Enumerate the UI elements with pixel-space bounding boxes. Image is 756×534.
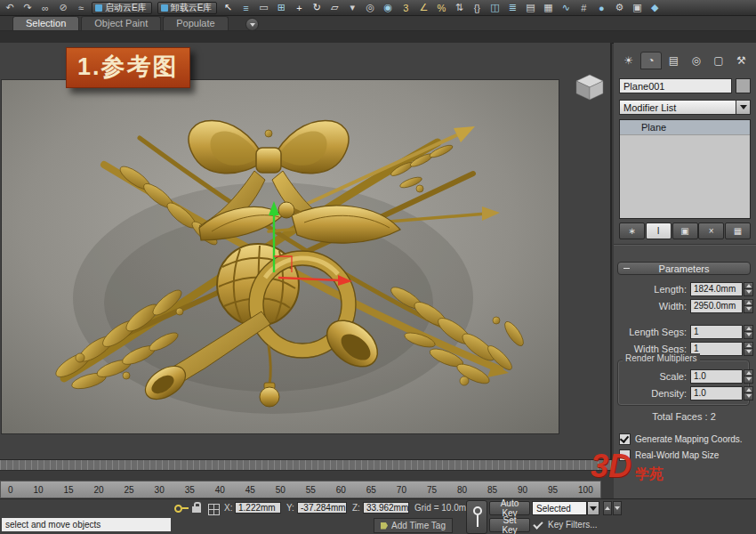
spinner-snap-icon[interactable]: ⇅ [451, 1, 467, 14]
x-coordinate-field[interactable]: 1.222mm [235, 502, 281, 514]
tab-object-paint[interactable]: Object Paint [81, 16, 161, 30]
add-time-tag-button[interactable]: Add Time Tag [374, 518, 453, 533]
rendered-frame-icon[interactable]: ▣ [629, 1, 645, 14]
curve-editor-icon[interactable]: ∿ [558, 1, 574, 14]
edit-selection-sets-icon[interactable]: {} [469, 1, 485, 14]
render-setup-icon[interactable]: ⚙ [611, 1, 627, 14]
cloud-icon [161, 4, 168, 12]
timeline-label: 80 [457, 485, 467, 495]
scale-spinner[interactable] [744, 369, 753, 384]
material-editor-icon[interactable]: ● [593, 1, 609, 14]
timeline-ruler[interactable]: 0101520253035404550556065707580859095100 [0, 481, 601, 498]
motion-tab[interactable]: ◎ [686, 52, 706, 69]
z-label: Z: [352, 503, 360, 513]
panel-separator [614, 244, 756, 245]
modify-tab[interactable]: ◔ [640, 52, 661, 69]
select-object-icon[interactable]: ↖ [220, 1, 236, 14]
density-spinner[interactable] [744, 386, 753, 400]
rectangular-selection-region-icon[interactable]: ▭ [255, 1, 271, 14]
select-by-name-icon[interactable]: ≡ [237, 1, 253, 14]
pin-stack-button[interactable]: ∗ [619, 222, 645, 239]
length-segs-spinner[interactable] [744, 325, 753, 339]
width-spinner[interactable] [744, 299, 753, 313]
create-tab[interactable]: ☀ [618, 52, 639, 69]
reference-coordinate-icon[interactable]: ▾ [344, 1, 360, 14]
width-field[interactable]: 2950.0mm [690, 299, 743, 313]
command-panel-tabs: ☀◔▤◎▢⚒ [618, 52, 752, 69]
keyboard-override-icon[interactable] [174, 505, 189, 512]
unload-cloud-library-button[interactable]: 卸载云E库 [157, 2, 218, 14]
auto-key-button[interactable]: Auto Key [489, 501, 530, 515]
select-and-rotate-icon[interactable]: ↻ [309, 1, 325, 14]
select-and-scale-icon[interactable]: ▱ [326, 1, 342, 14]
tab-populate[interactable]: Populate [163, 16, 228, 30]
modifier-stack-item[interactable]: Plane [620, 120, 750, 135]
make-unique-button[interactable]: ▣ [672, 222, 698, 239]
object-name-field[interactable]: Plane001 [619, 78, 732, 93]
ribbon-tab-bar: SelectionObject PaintPopulate [0, 16, 756, 31]
gold-ornament-image [2, 80, 559, 433]
density-field[interactable]: 1.0 [690, 386, 743, 400]
length-spinner[interactable] [744, 282, 753, 296]
use-pivot-center-icon[interactable]: ◎ [362, 1, 378, 14]
real-world-map-checkbox[interactable] [619, 449, 631, 461]
mirror-icon[interactable]: ◫ [487, 1, 503, 14]
set-key-button[interactable]: Set Key [489, 518, 530, 532]
select-and-manipulate-icon[interactable]: ◉ [380, 1, 396, 14]
key-filters-button[interactable]: Key Filters... [548, 520, 598, 530]
modifier-stack: Plane [619, 119, 751, 219]
modifier-list-label: Modifier List [619, 100, 736, 115]
mini-spinner-down-button[interactable] [613, 501, 622, 515]
hierarchy-tab[interactable]: ▤ [664, 52, 684, 69]
unlink-selection-icon[interactable]: ⊘ [55, 1, 71, 14]
object-color-swatch[interactable] [736, 78, 751, 93]
parameters-rollout-header[interactable]: Parameters [617, 262, 751, 275]
y-coordinate-field[interactable]: -37.284mm [297, 502, 347, 514]
length-field[interactable]: 1824.0mm [690, 282, 743, 296]
tab-selection[interactable]: Selection [12, 16, 79, 30]
ribbon-collapsed-strip [0, 31, 756, 44]
z-coordinate-field[interactable]: 33.962mm [363, 502, 409, 514]
render-production-icon[interactable]: ◆ [647, 1, 663, 14]
timeline-label: 20 [94, 485, 104, 495]
dropdown-arrow-icon[interactable] [587, 501, 599, 515]
display-tab[interactable]: ▢ [708, 52, 728, 69]
align-icon[interactable]: ≣ [504, 1, 520, 14]
dropdown-arrow-icon[interactable] [736, 100, 751, 115]
select-and-link-icon[interactable]: ∞ [37, 1, 53, 14]
time-tag-icon [381, 522, 388, 530]
generate-mapping-checkbox[interactable] [619, 433, 631, 445]
perspective-viewport[interactable]: 1.参考图 [0, 43, 612, 459]
undo-icon[interactable]: ↶ [2, 1, 18, 14]
selection-lock-icon[interactable] [192, 506, 201, 513]
generate-mapping-label: Generate Mapping Coords. [635, 434, 743, 444]
width-segs-spinner[interactable] [744, 342, 753, 356]
angle-snap-icon[interactable]: ∠ [415, 1, 431, 14]
ribbon-toggle-icon[interactable]: ▦ [540, 1, 556, 14]
remove-modifier-button[interactable]: × [698, 222, 724, 239]
layer-manager-icon[interactable]: ▤ [522, 1, 538, 14]
bind-to-space-warp-icon[interactable]: ≈ [73, 1, 89, 14]
ribbon-menu-button[interactable] [245, 18, 259, 31]
selected-track-set-dropdown[interactable]: Selected [532, 501, 587, 515]
timeline-label: 65 [366, 485, 376, 495]
show-end-result-button[interactable]: I [646, 222, 672, 239]
select-and-move-icon[interactable]: + [291, 1, 307, 14]
schematic-view-icon[interactable]: # [575, 1, 591, 14]
window-crossing-icon[interactable]: ⊞ [273, 1, 289, 14]
length-segs-field[interactable]: 1 [690, 325, 743, 339]
percent-snap-icon[interactable]: % [433, 1, 449, 14]
snaps-toggle-icon[interactable]: 3 [398, 1, 414, 14]
utilities-tab[interactable]: ⚒ [731, 52, 752, 69]
y-label: Y: [286, 503, 294, 513]
configure-modifier-sets-button[interactable]: ▦ [725, 222, 751, 239]
set-keys-button[interactable] [466, 500, 487, 534]
redo-icon[interactable]: ↷ [20, 1, 36, 14]
absolute-mode-toggle-icon[interactable] [208, 504, 220, 515]
launch-cloud-library-button[interactable]: 启动云E库 [92, 2, 152, 14]
mini-spinner-up-button[interactable] [603, 501, 612, 515]
modifier-list-dropdown[interactable]: Modifier List [619, 100, 751, 115]
track-bar[interactable] [0, 459, 612, 471]
scale-field[interactable]: 1.0 [690, 369, 743, 384]
viewcube-icon[interactable] [573, 73, 607, 101]
